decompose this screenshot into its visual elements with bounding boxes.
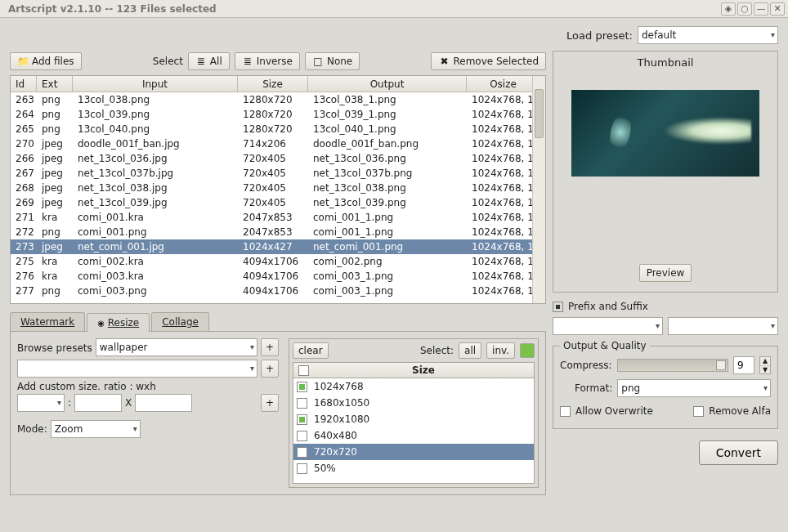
- size-list[interactable]: 1024x7681680x10501920x1080640x480720x720…: [293, 378, 535, 484]
- table-row[interactable]: 271kracomi_001.kra2047x853comi_001_1.png…: [11, 210, 545, 225]
- tab-collage[interactable]: Collage: [151, 312, 209, 331]
- table-row[interactable]: 270jpegdoodle_001f_ban.jpg714x206doodle_…: [11, 136, 545, 151]
- remove-alfa-label: Remove Alfa: [709, 405, 771, 417]
- table-row[interactable]: 267jpegnet_13col_037b.jpg720x405net_13co…: [11, 166, 545, 181]
- col-input-header[interactable]: Input: [73, 76, 238, 92]
- spin-down-icon[interactable]: ▼: [760, 366, 770, 374]
- select-all-button[interactable]: ≣ All: [188, 52, 230, 70]
- output-quality-legend: Output & Quality: [560, 340, 650, 351]
- size-row-label: 50%: [314, 463, 336, 474]
- browse-presets-add-button[interactable]: +: [261, 338, 279, 356]
- select-inverse-button[interactable]: ≣ Inverse: [235, 52, 300, 70]
- table-row[interactable]: 265png13col_040.png1280x72013col_040_1.p…: [11, 122, 545, 136]
- table-row[interactable]: 276kracomi_003.kra4094x1706comi_003_1.pn…: [11, 269, 545, 284]
- size-checkbox[interactable]: [297, 463, 307, 474]
- caret-down-icon: ▾: [763, 383, 768, 392]
- tab-resize[interactable]: ◉ Resize: [87, 313, 150, 332]
- window-restore-icon[interactable]: —: [754, 2, 768, 16]
- size-row[interactable]: 640x480: [293, 427, 534, 444]
- size-list-header: Size: [293, 362, 535, 378]
- size-row[interactable]: 1920x1080: [293, 411, 534, 427]
- caret-down-icon: ▾: [133, 424, 137, 433]
- ratio-h-input[interactable]: [74, 394, 122, 412]
- slider-thumb[interactable]: [716, 360, 726, 370]
- browse-presets-value: wallpaper: [100, 342, 148, 353]
- table-row[interactable]: 266jpegnet_13col_036.jpg720x405net_13col…: [11, 151, 545, 166]
- prefix-suffix-checkbox[interactable]: [553, 302, 563, 312]
- col-osize-header[interactable]: Osize: [467, 76, 540, 92]
- mode-label: Mode:: [17, 423, 47, 435]
- size-checkbox[interactable]: [297, 431, 307, 441]
- ratio-w-combo[interactable]: ▾: [17, 394, 65, 412]
- allow-overwrite-checkbox[interactable]: [560, 406, 571, 417]
- tab-watermark[interactable]: Watermark: [10, 312, 85, 331]
- custom-h-input[interactable]: [135, 394, 192, 412]
- window-minimize-icon[interactable]: ○: [737, 2, 752, 16]
- col-size-header[interactable]: Size: [238, 76, 308, 92]
- size-row[interactable]: 1680x1050: [293, 395, 534, 411]
- window-close-icon[interactable]: ✕: [770, 2, 785, 16]
- select-none-label: None: [327, 56, 352, 67]
- mode-combo[interactable]: Zoom ▾: [51, 420, 141, 438]
- select-label: Select: [153, 56, 183, 67]
- format-value: png: [621, 382, 640, 394]
- table-row[interactable]: 275kracomi_002.kra4094x1706comi_002.png1…: [11, 254, 545, 269]
- select-none-button[interactable]: □ None: [305, 52, 360, 70]
- prefix-suffix-label: Prefix and Suffix: [568, 301, 648, 312]
- file-list[interactable]: Id Ext Input Size Output Osize 263png13c…: [10, 75, 546, 304]
- compress-value-input[interactable]: [733, 356, 754, 374]
- load-preset-combo[interactable]: default ▾: [638, 26, 778, 44]
- size-checkbox[interactable]: [297, 414, 307, 425]
- table-row[interactable]: 269jpegnet_13col_039.jpg720x405net_13col…: [11, 195, 545, 210]
- size-select-inv-button[interactable]: inv.: [486, 342, 515, 359]
- table-row[interactable]: 277pngcomi_003.png4094x1706comi_003_1.pn…: [11, 284, 545, 298]
- size-confirm-icon[interactable]: [520, 343, 535, 358]
- size-clear-button[interactable]: clear: [293, 342, 329, 359]
- list-icon: ≣: [195, 56, 207, 67]
- table-row[interactable]: 264png13col_039.png1280x72013col_039_1.p…: [11, 107, 545, 122]
- table-row[interactable]: 272pngcomi_001.png2047x853comi_001_1.png…: [11, 225, 545, 239]
- load-preset-value: default: [642, 29, 676, 41]
- size-row-label: 1920x1080: [314, 414, 369, 425]
- remove-selected-button[interactable]: ✖ Remove Selected: [431, 52, 546, 70]
- col-output-header[interactable]: Output: [308, 76, 467, 92]
- prefix-combo[interactable]: ▾: [553, 317, 663, 335]
- col-id-header[interactable]: Id: [11, 76, 37, 92]
- preset-detail-add-button[interactable]: +: [261, 360, 279, 378]
- preset-detail-combo[interactable]: ▾: [17, 360, 257, 378]
- window-menu-icon[interactable]: ◈: [721, 2, 736, 16]
- size-checkbox[interactable]: [297, 447, 307, 458]
- size-row[interactable]: 50%: [293, 460, 534, 476]
- size-checkbox[interactable]: [297, 398, 307, 409]
- spin-up-icon[interactable]: ▲: [760, 357, 770, 366]
- table-row[interactable]: 273jpegnet_comi_001.jpg1024x427net_comi_…: [11, 239, 545, 254]
- compress-spinner[interactable]: ▲▼: [759, 356, 771, 374]
- mode-value: Zoom: [55, 423, 83, 435]
- size-header-checkbox[interactable]: [298, 365, 309, 376]
- custom-size-label: Add custom size. ratio : wxh: [17, 381, 279, 392]
- browse-presets-label: Browse presets: [17, 342, 92, 354]
- caret-down-icon: ▾: [771, 30, 775, 39]
- tab-strip: Watermark ◉ Resize Collage: [10, 312, 546, 332]
- convert-button[interactable]: Convert: [699, 440, 778, 465]
- table-row[interactable]: 268jpegnet_13col_038.jpg720x405net_13col…: [11, 181, 545, 195]
- preview-button[interactable]: Preview: [639, 264, 692, 282]
- scroll-thumb[interactable]: [535, 89, 544, 138]
- custom-size-add-button[interactable]: +: [261, 394, 279, 412]
- size-checkbox[interactable]: [297, 382, 307, 392]
- size-select-all-button[interactable]: all: [459, 342, 481, 359]
- size-row[interactable]: 1024x768: [293, 378, 534, 395]
- remove-alfa-checkbox[interactable]: [693, 406, 704, 417]
- file-list-scrollbar[interactable]: [532, 76, 545, 303]
- add-files-button[interactable]: 📁 Add files: [10, 52, 82, 70]
- format-combo[interactable]: png ▾: [617, 379, 771, 397]
- tab-resize-label: Resize: [108, 317, 139, 329]
- suffix-combo[interactable]: ▾: [668, 317, 778, 335]
- col-ext-header[interactable]: Ext: [37, 76, 73, 92]
- table-row[interactable]: 263png13col_038.png1280x72013col_038_1.p…: [11, 92, 545, 107]
- compress-slider[interactable]: [617, 359, 728, 372]
- compress-label: Compress:: [560, 360, 612, 371]
- browse-presets-combo[interactable]: wallpaper ▾: [96, 338, 257, 356]
- file-list-header: Id Ext Input Size Output Osize: [11, 76, 545, 92]
- size-row[interactable]: 720x720: [293, 444, 534, 460]
